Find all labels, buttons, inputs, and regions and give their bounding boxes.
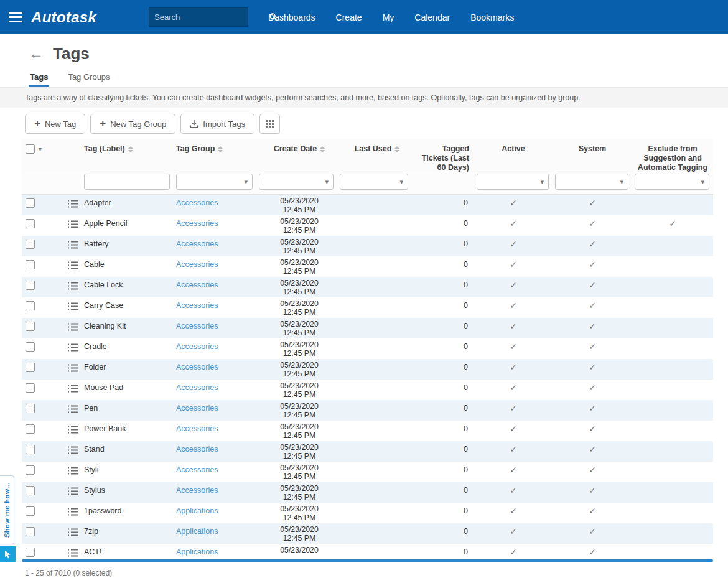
system-cell <box>553 482 632 503</box>
active-cell <box>474 482 553 503</box>
tag-group-link[interactable]: Applications <box>176 527 218 536</box>
row-checkbox[interactable] <box>26 445 35 454</box>
search-input[interactable] <box>149 8 269 26</box>
filter-active-dropdown[interactable] <box>477 174 549 190</box>
tab-tags[interactable]: Tags <box>29 68 49 87</box>
tag-group-link[interactable]: Accessories <box>176 301 218 310</box>
row-checkbox[interactable] <box>26 363 35 372</box>
row-menu-icon[interactable] <box>68 426 78 441</box>
column-chooser-button[interactable] <box>259 114 280 134</box>
row-checkbox[interactable] <box>26 506 35 516</box>
tag-group-link[interactable]: Applications <box>176 548 218 556</box>
show-me-how-tab[interactable]: Show me how... <box>0 475 14 544</box>
check-icon <box>510 403 517 413</box>
row-menu-icon[interactable] <box>68 302 78 318</box>
tag-group-link[interactable]: Accessories <box>176 424 218 433</box>
new-tag-group-label: New Tag Group <box>110 119 166 129</box>
tag-group-link[interactable]: Accessories <box>176 240 218 248</box>
tab-tag-groups[interactable]: Tag Groups <box>67 68 111 87</box>
caret-down-icon <box>399 177 403 187</box>
row-menu-icon[interactable] <box>68 405 78 421</box>
row-menu-icon[interactable] <box>68 200 78 215</box>
tag-group-link[interactable]: Accessories <box>176 281 218 289</box>
row-menu-icon[interactable] <box>68 364 78 380</box>
row-menu-icon[interactable] <box>68 508 78 523</box>
system-cell <box>553 523 632 544</box>
topbar-nav-item[interactable]: My <box>383 12 394 22</box>
autotask-logo[interactable]: Autotask <box>31 9 96 26</box>
tag-group-link[interactable]: Applications <box>176 506 218 515</box>
row-checkbox[interactable] <box>26 342 35 352</box>
row-checkbox[interactable] <box>26 281 35 290</box>
row-menu-icon[interactable] <box>68 385 78 400</box>
table-row: Cleaning Kit Accessories 05/23/2020 12:4… <box>22 318 713 338</box>
back-arrow-icon[interactable] <box>29 46 44 61</box>
row-checkbox[interactable] <box>26 548 35 557</box>
filter-tag-label-input[interactable] <box>84 174 170 190</box>
row-checkbox[interactable] <box>26 383 35 393</box>
column-header-tag-label[interactable]: Tag (Label) <box>84 139 176 172</box>
filter-create-date-dropdown[interactable] <box>259 174 334 190</box>
tag-group-link[interactable]: Accessories <box>176 363 218 371</box>
row-checkbox[interactable] <box>26 260 35 269</box>
filter-system-dropdown[interactable] <box>555 174 628 190</box>
row-checkbox[interactable] <box>26 465 35 475</box>
row-menu-icon[interactable] <box>68 323 78 338</box>
column-header-last-used[interactable]: Last Used <box>340 139 414 172</box>
topbar-nav-item[interactable]: Create <box>336 12 362 22</box>
new-tag-button[interactable]: New Tag <box>25 114 85 134</box>
tag-group-link[interactable]: Accessories <box>176 465 218 474</box>
row-menu-icon[interactable] <box>68 549 78 559</box>
row-checkbox[interactable] <box>26 198 35 208</box>
select-all-checkbox[interactable] <box>26 144 35 154</box>
row-checkbox[interactable] <box>26 322 35 331</box>
tag-group-link[interactable]: Accessories <box>176 198 218 207</box>
row-menu-icon[interactable] <box>68 528 78 544</box>
system-cell <box>553 297 632 318</box>
row-checkbox[interactable] <box>26 240 35 249</box>
tag-group-link[interactable]: Accessories <box>176 486 218 495</box>
filter-exclude-dropdown[interactable] <box>635 174 709 190</box>
import-tags-button[interactable]: Import Tags <box>180 114 254 134</box>
row-menu-icon[interactable] <box>68 467 78 482</box>
tag-group-link[interactable]: Accessories <box>176 342 218 351</box>
check-icon <box>589 280 596 290</box>
row-menu-icon[interactable] <box>68 220 78 236</box>
row-menu-icon[interactable] <box>68 343 78 359</box>
tag-group-link[interactable]: Accessories <box>176 260 218 269</box>
filter-last-used-dropdown[interactable] <box>340 174 408 190</box>
check-icon <box>510 424 517 434</box>
row-checkbox[interactable] <box>26 527 35 536</box>
row-checkbox[interactable] <box>26 486 35 495</box>
tag-label: Mouse Pad <box>84 380 176 400</box>
row-menu-icon[interactable] <box>68 241 78 256</box>
filter-tag-group-dropdown[interactable] <box>176 174 253 190</box>
row-menu-icon[interactable] <box>68 446 78 462</box>
tag-group-link[interactable]: Accessories <box>176 404 218 413</box>
hamburger-menu-icon[interactable] <box>0 0 31 34</box>
tag-group-link[interactable]: Accessories <box>176 219 218 228</box>
row-checkbox[interactable] <box>26 404 35 413</box>
exclude-cell <box>632 318 713 338</box>
tag-group-link[interactable]: Accessories <box>176 322 218 330</box>
search-icon[interactable] <box>269 12 278 22</box>
row-checkbox[interactable] <box>26 219 35 228</box>
horizontal-scrollbar[interactable] <box>22 559 713 562</box>
table-header-row: Tag (Label) Tag Group Create Date Last U… <box>22 139 713 172</box>
row-menu-icon[interactable] <box>68 487 78 503</box>
topbar-nav-item[interactable]: Calendar <box>414 12 450 22</box>
tag-group-link[interactable]: Accessories <box>176 383 218 392</box>
row-checkbox[interactable] <box>26 424 35 434</box>
assistant-pointer-button[interactable] <box>0 546 16 562</box>
topbar-nav-item[interactable]: Bookmarks <box>470 12 514 22</box>
row-checkbox[interactable] <box>26 301 35 310</box>
row-menu-icon[interactable] <box>68 261 78 277</box>
check-icon <box>510 547 517 557</box>
row-menu-icon[interactable] <box>68 282 78 297</box>
column-header-tag-group[interactable]: Tag Group <box>176 139 259 172</box>
tag-group-link[interactable]: Accessories <box>176 445 218 454</box>
new-tag-group-button[interactable]: New Tag Group <box>90 114 175 134</box>
sort-icon <box>128 146 133 152</box>
select-menu-caret-icon[interactable] <box>39 144 42 154</box>
column-header-create-date[interactable]: Create Date <box>259 139 340 172</box>
